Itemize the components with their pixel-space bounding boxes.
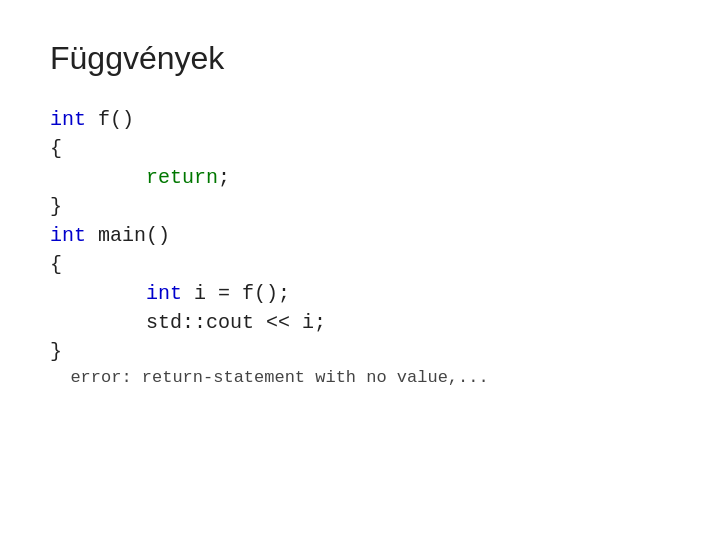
keyword-int-2: int	[50, 224, 86, 247]
code-line-6: {	[50, 250, 670, 279]
code-text-4: }	[50, 195, 62, 218]
code-line-error: error: return-statement with no value,..…	[50, 366, 670, 391]
code-indent-3	[50, 166, 146, 189]
code-indent-7	[50, 282, 146, 305]
code-line-9: }	[50, 337, 670, 366]
keyword-return: return	[146, 166, 218, 189]
code-text-8: std::cout << i;	[50, 311, 326, 334]
code-text-9: }	[50, 340, 62, 363]
slide-container: Függvények int f() { return; } int main(…	[0, 0, 720, 540]
keyword-int-1: int	[50, 108, 86, 131]
slide-title: Függvények	[50, 40, 670, 77]
code-line-7: int i = f();	[50, 279, 670, 308]
code-text-6: {	[50, 253, 62, 276]
keyword-int-3: int	[146, 282, 182, 305]
code-line-4: }	[50, 192, 670, 221]
code-line-3: return;	[50, 163, 670, 192]
code-text-7: i = f();	[182, 282, 290, 305]
code-line-5: int main()	[50, 221, 670, 250]
code-text-2: {	[50, 137, 62, 160]
error-text: error: return-statement with no value,..…	[50, 368, 489, 387]
code-line-2: {	[50, 134, 670, 163]
code-block: int f() { return; } int main() { int i =…	[50, 105, 670, 391]
code-text-3: ;	[218, 166, 230, 189]
code-text-1: f()	[86, 108, 134, 131]
code-text-5: main()	[86, 224, 170, 247]
code-line-8: std::cout << i;	[50, 308, 670, 337]
code-line-1: int f()	[50, 105, 670, 134]
